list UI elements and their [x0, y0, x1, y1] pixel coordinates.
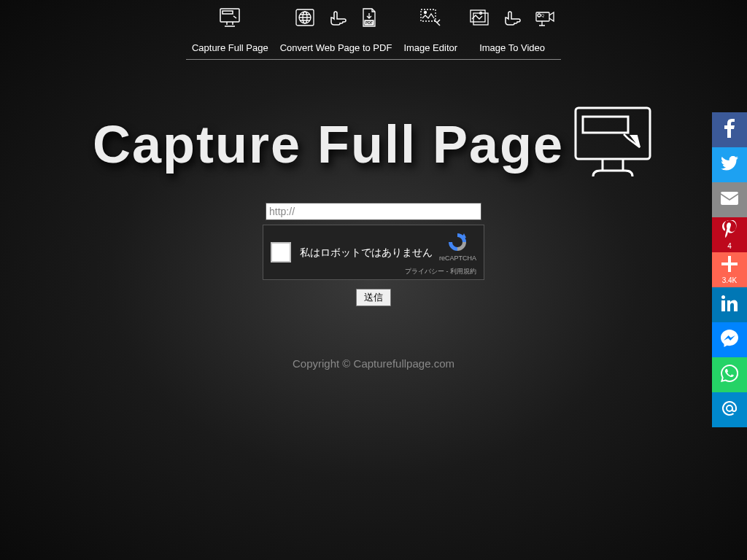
svg-point-22 — [727, 405, 732, 411]
svg-rect-7 — [421, 9, 436, 21]
svg-text:PDF: PDF — [365, 20, 373, 25]
image-edit-icon — [419, 8, 441, 30]
nav-label: Convert Web Page to PDF — [280, 42, 392, 53]
recaptcha-icon — [446, 231, 468, 253]
recaptcha-checkbox[interactable] — [271, 242, 291, 262]
footer-copyright: Copyright © Capturefullpage.com — [0, 357, 747, 370]
submit-button[interactable]: 送信 — [356, 289, 391, 306]
hand-point-icon — [503, 9, 522, 29]
plus-icon — [721, 256, 738, 275]
at-sign-icon — [721, 400, 738, 420]
monitor-icon — [219, 7, 241, 31]
share-twitter[interactable] — [712, 147, 747, 182]
svg-rect-10 — [471, 10, 485, 22]
nav-capture-full-page[interactable]: Capture Full Page — [186, 7, 274, 60]
page-title: Capture Full Page — [93, 114, 564, 174]
recaptcha-label: 私はロボットではありません — [300, 246, 433, 259]
svg-rect-19 — [721, 262, 738, 265]
messenger-icon — [721, 330, 738, 350]
envelope-icon — [721, 192, 738, 208]
svg-rect-1 — [222, 11, 233, 14]
svg-point-21 — [721, 295, 725, 299]
share-messenger[interactable] — [712, 322, 747, 357]
svg-point-8 — [425, 12, 427, 14]
monitor-large-icon — [571, 104, 654, 185]
svg-rect-16 — [583, 117, 628, 133]
social-share-bar: 4 3.4K — [712, 112, 747, 427]
capture-form: 私はロボットではありません reCAPTCHA プライバシー - 利用規約 送信 — [0, 203, 747, 306]
recaptcha-brand: reCAPTCHA — [439, 254, 476, 262]
recaptcha-logo: reCAPTCHA — [439, 231, 476, 262]
twitter-icon — [721, 156, 738, 174]
top-nav: Capture Full Page — [0, 0, 747, 60]
url-input[interactable] — [266, 203, 481, 220]
picture-icon — [469, 9, 489, 29]
recaptcha-widget: 私はロボットではありません reCAPTCHA プライバシー - 利用規約 — [263, 225, 484, 280]
share-facebook[interactable] — [712, 112, 747, 147]
nav-image-to-video[interactable]: Q Image To Video — [463, 7, 561, 60]
share-whatsapp[interactable] — [712, 357, 747, 392]
nav-label: Image Editor — [403, 42, 457, 53]
nav-convert-pdf[interactable]: PDF Convert Web Page to PDF — [274, 7, 398, 60]
hand-point-icon — [328, 9, 347, 29]
recaptcha-privacy-terms[interactable]: プライバシー - 利用規約 — [405, 267, 476, 276]
nav-image-editor[interactable]: Image Editor — [398, 7, 463, 60]
globe-icon — [295, 8, 315, 30]
pinterest-count: 4 — [727, 242, 732, 250]
addthis-count: 3.4K — [722, 276, 738, 284]
svg-text:Q: Q — [541, 13, 544, 18]
linkedin-icon — [721, 295, 738, 314]
facebook-icon — [724, 119, 735, 141]
nav-label: Capture Full Page — [192, 42, 268, 53]
share-mailru[interactable] — [712, 392, 747, 427]
svg-point-13 — [538, 14, 541, 17]
whatsapp-icon — [721, 365, 738, 385]
nav-label: Image To Video — [479, 42, 545, 53]
share-linkedin[interactable] — [712, 287, 747, 322]
share-email[interactable] — [712, 182, 747, 217]
svg-rect-20 — [721, 300, 725, 311]
share-pinterest[interactable]: 4 — [712, 217, 747, 252]
pinterest-icon — [722, 220, 737, 241]
video-camera-icon: Q — [535, 8, 555, 30]
hero-section: Capture Full Page — [0, 104, 747, 185]
share-addthis[interactable]: 3.4K — [712, 252, 747, 287]
pdf-icon: PDF — [360, 7, 378, 31]
